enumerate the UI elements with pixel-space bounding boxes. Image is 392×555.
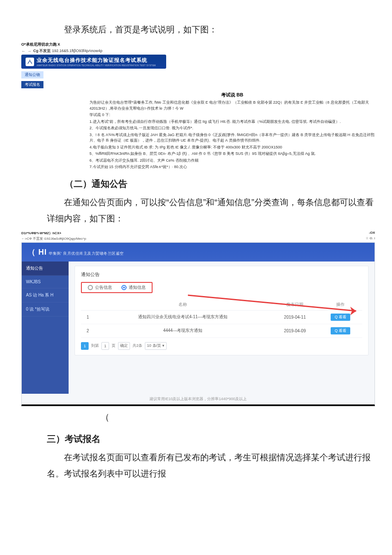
nav-forward-icon[interactable]: →: [27, 49, 32, 53]
pager-total: 共2条: [133, 343, 142, 349]
nav-back-icon[interactable]: ←: [21, 49, 26, 53]
filter-radio-group: 公告信息 通知信息: [81, 282, 153, 293]
window-title-left: D1i*%ΦB*l-W*MZ）hCX+: [21, 231, 61, 235]
page-current[interactable]: 1: [81, 342, 89, 350]
view-button[interactable]: Q 看看: [331, 327, 350, 334]
instructions-line: 5、%ffiRtt田R%K3ntRn.如身份 B、层筦 0En- 布户-1β 供…: [89, 151, 375, 157]
notice-card: 通知公告 公告信息 通知信息: [75, 266, 369, 355]
instructions-title: 考试说 BB: [89, 92, 375, 98]
pager-label-goto: 到第: [91, 343, 99, 349]
nav-chip-notice[interactable]: 通知公物: [21, 71, 43, 78]
svg-point-0: [29, 60, 30, 61]
instructions-line: 7.今试开始 15 分梼内不允讦提交冈 ASfe∧*斑*）· 80.次心: [89, 164, 375, 170]
page-footer-note: 建议常用IE10及以上版本浏览器，分辨率1440*900及以上: [22, 394, 375, 404]
instructions-line: 1.进入考试"前，所有考生必须自行存序动炼致（手机华极等）通信 IIg 成飞行 …: [89, 119, 375, 125]
browser-tab-line: O*承租尼用切农力跑 X: [21, 42, 375, 47]
cell-name: 4444---考现东方通知: [95, 324, 271, 337]
banner-title: 业余无线电台操作技术能力验证报名考试系统: [37, 57, 156, 64]
site-banner: 业余无线电台操作技术能力验证报名考试系统 AMATEUR RADIO STATI…: [21, 55, 166, 69]
instructions-line: 学试疏 0 下:: [89, 112, 375, 118]
screenshot-notice-page: D1i*%ΦB*l-W*MZ）hCX+ -OX ←>CΦ 不置发 i192J6a…: [21, 231, 375, 406]
col-action: 操作: [319, 299, 362, 311]
instructions-line: 6、考试嚣电不允讦交头愐耳. 2田讨论、大声 Ce% 否削核力作颠: [89, 158, 375, 164]
sidebar-item[interactable]: 0 说 *拾写说: [22, 302, 69, 317]
cell-index: 1: [81, 310, 95, 324]
notice-table: 名称 发布日期 操作 1 通知四川业余无线电业考试4-11---考现东方通知 2…: [81, 299, 362, 338]
section-2-heading: （二）通知公告: [47, 178, 375, 190]
col-index: [81, 299, 95, 311]
intro-paragraph: 登录系统后，首页是考试说明，如下图：: [47, 21, 375, 38]
radio-selected-icon: [121, 285, 127, 290]
col-name: 名称: [95, 299, 271, 311]
instructions-line: 3、! 8 名 A¾%考试须上传电子版近 JAH 星免 JaG 栏箱片.电子级身…: [89, 132, 375, 144]
banner-subtitle: AMATEUR RADIO STATION OPERATION TECHNICA…: [37, 64, 156, 67]
section-3-paragraph: 在考试报名页面可以查看所有已发布的考试，考生可根据情况选择某个考试进行报名。考试…: [47, 449, 375, 482]
table-row: 1 通知四川业余无线电业考试4-11---考现东方通知 2019-04-11 Q…: [81, 310, 362, 324]
sidebar: 通知公告 WKJBS AS 诒 Ha 系 H 0 说 *拾写说: [22, 262, 69, 394]
radio-announcement[interactable]: 公告信息: [88, 285, 112, 291]
browser-url-bar: ← → Cg 不发至 192.16&5.1ftβO93f4pAnow4p: [21, 48, 375, 54]
sidebar-item[interactable]: AS 诒 Ha 系 H: [22, 288, 69, 302]
sidebar-item-notice[interactable]: 通知公告: [22, 262, 69, 276]
page-number-input[interactable]: 1: [101, 342, 109, 350]
radio-label: 公告信息: [95, 285, 112, 291]
header-subtitle: 华集弼' 良月优佳肖主及力贸暾冬兰区鉴空: [49, 251, 124, 256]
pager-label-page: 页: [112, 343, 115, 349]
cell-date: 2019-04-11: [271, 310, 319, 324]
radio-unselected-icon: [88, 285, 93, 290]
sidebar-item[interactable]: WKJBS: [22, 276, 69, 288]
url-line-right: ☆ Θ. i: [366, 236, 375, 241]
site-logo-icon: [26, 58, 34, 66]
instructions-line: 为告好让余天住电台管理*宙餐务工作, fWe 工业和信息化都《业余双 E 电台'…: [89, 100, 375, 111]
screenshot-exam-instructions: O*承租尼用切农力跑 X ← → Cg 不发至 192.16&5.1ftβO93…: [21, 42, 375, 170]
url-prefix: Cg 不发至: [33, 49, 52, 53]
nav-chip-register[interactable]: 考试报名: [21, 81, 43, 88]
cell-name: 通知四川业余无线电业考试4-11---考现东方通知: [95, 310, 271, 324]
cell-index: 2: [81, 324, 95, 337]
radio-notification[interactable]: 通知信息: [121, 285, 146, 291]
view-button[interactable]: Q 看看: [331, 314, 350, 321]
page-header: （ HI 华集弼' 良月优佳肖主及力贸暾冬兰区鉴空: [22, 243, 375, 262]
section-2-paragraph: 在通知公告页面内，可以按“公告信息”和“通知信息”分类查询，每条信息都可以查看详…: [47, 194, 375, 227]
pager-pagesize-select[interactable]: 10 条/页 ▾: [145, 342, 167, 350]
window-controls[interactable]: -OX: [369, 231, 375, 235]
pager-confirm-button[interactable]: 确定: [118, 342, 130, 350]
instructions-line: 2、今试报名表必须知方统马.一且发现信口口骨. 视为今试作*.: [89, 125, 375, 131]
header-logo-text: （ HI: [28, 248, 47, 256]
instructions-line: 4.电子板白意知 3 证件照片格式 IB 求: 为 IPg 彩色 IE 像文./…: [89, 145, 375, 151]
col-date: 发布日期: [271, 299, 319, 311]
pagination: 1 到第 1 页 确定 共2条 10 条/页 ▾: [81, 342, 362, 350]
radio-label: 通知信息: [129, 285, 146, 291]
section-3-heading: 三）考试报名: [47, 433, 375, 445]
section-3-open-paren: （: [47, 409, 375, 426]
table-row: 2 4444---考现东方通知 2019-04-09 Q 看看: [81, 324, 362, 337]
card-title: 通知公告: [81, 271, 362, 278]
url-text: 192.16&5.1ftβO93f4pAnow4p: [52, 49, 102, 53]
cell-date: 2019-04-09: [271, 324, 319, 337]
url-line-left: ←>CΦ 不置发 i192J6aSdftβO9Qφp/Mec^p: [21, 236, 86, 241]
